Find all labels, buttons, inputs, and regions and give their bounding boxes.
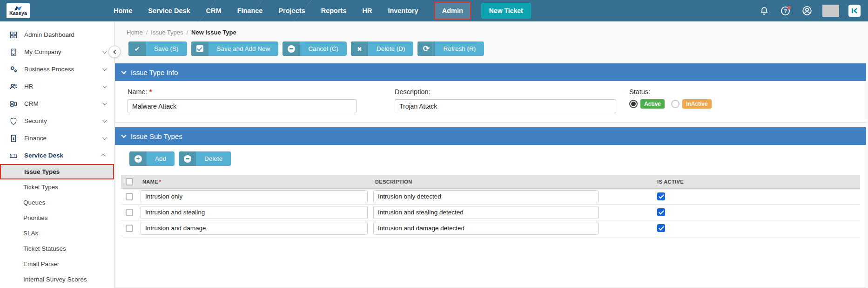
select-all-checkbox[interactable] xyxy=(126,178,133,185)
sidebar-item-queues[interactable]: Queues xyxy=(0,195,114,210)
issue-type-form: Name: * Description: xyxy=(115,81,866,122)
sidebar-collapse-button[interactable] xyxy=(108,46,121,58)
sidebar-item-admin-dashboard[interactable]: Admin Dashboard xyxy=(0,26,114,43)
name-field[interactable] xyxy=(128,99,357,113)
status-active-radio[interactable] xyxy=(629,100,638,108)
breadcrumb-issue-types[interactable]: Issue Types xyxy=(151,29,183,36)
sidebar-item-finance[interactable]: $ Finance xyxy=(0,130,114,147)
sidebar-item-service-desk[interactable]: Service Desk xyxy=(0,147,114,164)
description-field[interactable] xyxy=(395,99,616,113)
ticket-icon xyxy=(8,151,19,161)
description-field-group: Description: xyxy=(395,88,629,113)
row-select-checkbox[interactable] xyxy=(126,209,133,216)
minus-circle-icon xyxy=(283,41,300,56)
toolbar: Save (S) Save and Add New Cancel (C) Del… xyxy=(114,36,866,63)
it-complete-icon[interactable] xyxy=(848,5,861,17)
sub-type-description-input[interactable] xyxy=(373,206,599,219)
column-name: NAME * xyxy=(140,179,161,185)
delete-button[interactable]: Delete (D) xyxy=(351,41,414,56)
nav-hr[interactable]: HR xyxy=(362,7,372,14)
sub-type-name-input[interactable] xyxy=(141,222,368,235)
issue-type-info-header[interactable]: Issue Type Info xyxy=(115,63,866,81)
nav-home[interactable]: Home xyxy=(114,7,132,14)
grid-icon xyxy=(8,30,19,40)
main-nav: Home Service Desk CRM Finance Projects R… xyxy=(114,2,471,20)
chevron-down-icon xyxy=(102,66,107,71)
kaseya-logo[interactable]: Kaseya xyxy=(7,3,30,18)
x-icon xyxy=(351,41,368,56)
sidebar-item-email-parser[interactable]: Email Parser xyxy=(0,256,114,272)
is-active-checkbox[interactable] xyxy=(657,224,665,232)
plus-circle-icon xyxy=(129,151,147,166)
nav-service-desk[interactable]: Service Desk xyxy=(148,7,190,14)
is-active-checkbox[interactable] xyxy=(657,192,665,200)
sidebar-item-slas[interactable]: SLAs xyxy=(0,226,114,241)
row-select-checkbox[interactable] xyxy=(126,193,133,200)
kaseya-logo-text: Kaseya xyxy=(9,11,27,16)
status-inactive-radio[interactable] xyxy=(671,100,680,108)
add-sub-type-button[interactable]: Add xyxy=(129,151,175,166)
is-active-checkbox[interactable] xyxy=(657,208,665,216)
required-asterisk: * xyxy=(149,88,152,96)
save-button[interactable]: Save (S) xyxy=(128,41,187,56)
nav-crm[interactable]: CRM xyxy=(206,7,222,14)
sub-type-description-input[interactable] xyxy=(373,222,599,235)
header-checkbox-cell xyxy=(121,178,140,185)
nav-reports[interactable]: Reports xyxy=(321,7,347,14)
refresh-button[interactable]: Refresh (R) xyxy=(417,41,484,56)
issue-sub-types-header[interactable]: Issue Sub Types xyxy=(115,127,866,145)
row-select-checkbox[interactable] xyxy=(126,225,133,232)
breadcrumb-current: New Issue Type xyxy=(191,29,236,36)
table-header-row: NAME * DESCRIPTION IS ACTIVE xyxy=(121,175,860,189)
header-description-cell: DESCRIPTION xyxy=(372,179,647,185)
sidebar-item-priorities[interactable]: Priorities xyxy=(0,210,114,226)
column-description: DESCRIPTION xyxy=(372,179,412,185)
sidebar-item-crm[interactable]: CRM xyxy=(0,95,114,112)
help-icon[interactable]: ? xyxy=(780,5,792,17)
sub-types-table: NAME * DESCRIPTION IS ACTIVE xyxy=(121,175,860,236)
check-icon xyxy=(128,41,146,56)
breadcrumb-home[interactable]: Home xyxy=(127,29,143,36)
chevron-down-icon xyxy=(121,69,126,74)
app-shell: Admin Dashboard My Company Business Proc… xyxy=(0,21,868,288)
sidebar-item-hr[interactable]: HR xyxy=(0,78,114,95)
table-row xyxy=(121,189,860,205)
sub-type-actions: Add Delete xyxy=(115,145,866,166)
cancel-button[interactable]: Cancel (C) xyxy=(283,41,347,56)
nav-finance[interactable]: Finance xyxy=(237,7,263,14)
breadcrumb-separator: / xyxy=(186,29,188,36)
building-icon xyxy=(8,47,19,57)
profile-icon[interactable] xyxy=(801,5,813,17)
sidebar-item-business-process[interactable]: Business Process xyxy=(0,61,114,78)
bell-icon[interactable] xyxy=(758,5,770,17)
sidebar-item-internal-survey-scores[interactable]: Internal Survey Scores xyxy=(0,272,114,287)
required-asterisk: * xyxy=(159,179,161,185)
sidebar-item-ticket-statuses[interactable]: Ticket Statuses xyxy=(0,241,114,256)
new-ticket-button[interactable]: New Ticket xyxy=(481,3,531,19)
sidebar-item-issue-types[interactable]: Issue Types xyxy=(0,164,114,179)
issue-sub-types-body: Add Delete xyxy=(115,145,866,288)
name-field-group: Name: * xyxy=(128,88,395,113)
issue-type-info-body: Name: * Description: xyxy=(115,81,866,123)
sidebar-item-ticket-types[interactable]: Ticket Types xyxy=(0,179,114,195)
sub-type-name-input[interactable] xyxy=(141,190,368,203)
chevron-up-icon xyxy=(101,154,106,158)
checkbox-check-icon xyxy=(191,41,209,56)
save-and-add-new-button[interactable]: Save and Add New xyxy=(191,41,279,56)
sub-type-name-input[interactable] xyxy=(141,206,368,219)
chevron-down-icon xyxy=(102,118,107,123)
sidebar: Admin Dashboard My Company Business Proc… xyxy=(0,21,114,288)
nav-admin[interactable]: Admin xyxy=(434,2,471,20)
status-inactive-badge[interactable]: InActive xyxy=(682,99,712,109)
delete-sub-type-button[interactable]: Delete xyxy=(179,151,231,166)
status-active-badge[interactable]: Active xyxy=(640,99,665,109)
sub-type-description-input[interactable] xyxy=(373,190,599,203)
svg-text:$: $ xyxy=(13,137,14,141)
nav-projects[interactable]: Projects xyxy=(278,7,305,14)
svg-text:?: ? xyxy=(784,8,787,14)
sidebar-item-security[interactable]: Security xyxy=(0,112,114,130)
nav-inventory[interactable]: Inventory xyxy=(388,7,418,14)
section-title: Issue Type Info xyxy=(131,69,178,76)
issue-type-info-panel: Issue Type Info Name: * xyxy=(115,63,866,123)
sidebar-item-my-company[interactable]: My Company xyxy=(0,43,114,61)
